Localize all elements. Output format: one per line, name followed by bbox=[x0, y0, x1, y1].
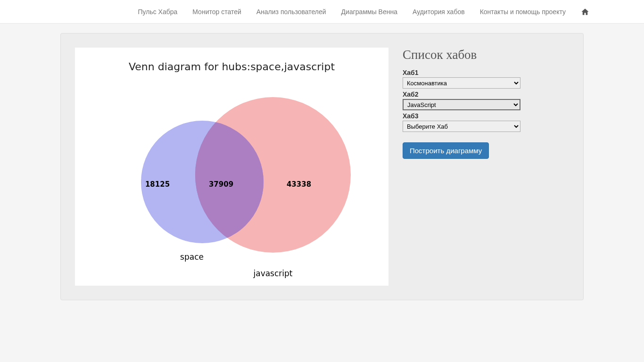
hub1-group: Хаб1 Космонавтика bbox=[403, 69, 569, 89]
venn-diagram-area: Venn diagram for hubs:space,javascript 1… bbox=[75, 48, 388, 286]
hub1-select[interactable]: Космонавтика bbox=[403, 77, 520, 89]
hub2-group: Хаб2 JavaScript bbox=[403, 90, 569, 110]
hub-sidebar: Список хабов Хаб1 Космонавтика Хаб2 Java… bbox=[403, 48, 569, 286]
hub3-select[interactable]: Выберите Хаб bbox=[403, 121, 520, 132]
navbar: Пульс Хабра Монитор статей Анализ пользо… bbox=[0, 0, 644, 24]
nav-link-pulse[interactable]: Пульс Хабра bbox=[130, 1, 185, 23]
venn-svg: 18125 37909 43338 space javascript bbox=[75, 48, 388, 286]
content-panel: Venn diagram for hubs:space,javascript 1… bbox=[60, 33, 584, 300]
sidebar-heading: Список хабов bbox=[403, 48, 569, 62]
venn-value-intersection: 37909 bbox=[209, 180, 233, 189]
hub3-group: Хаб3 Выберите Хаб bbox=[403, 112, 569, 132]
main-container: Venn diagram for hubs:space,javascript 1… bbox=[53, 33, 591, 300]
home-icon[interactable] bbox=[573, 2, 597, 22]
nav-link-contacts[interactable]: Контакты и помощь проекту bbox=[472, 1, 573, 23]
hub2-select[interactable]: JavaScript bbox=[403, 99, 520, 110]
hub3-label: Хаб3 bbox=[403, 112, 569, 120]
venn-value-a-only: 18125 bbox=[145, 180, 170, 189]
nav-link-monitor[interactable]: Монитор статей bbox=[185, 1, 248, 23]
venn-label-b: javascript bbox=[253, 269, 293, 278]
build-diagram-button[interactable]: Построить диаграмму bbox=[403, 142, 489, 159]
nav-link-user-analysis[interactable]: Анализ пользователей bbox=[249, 1, 334, 23]
nav-link-venn[interactable]: Диаграммы Венна bbox=[334, 1, 405, 23]
hub2-label: Хаб2 bbox=[403, 90, 569, 98]
venn-label-a: space bbox=[180, 252, 204, 262]
venn-value-b-only: 43338 bbox=[287, 180, 311, 189]
hub1-label: Хаб1 bbox=[403, 69, 569, 76]
nav-link-audience[interactable]: Аудитория хабов bbox=[405, 1, 472, 23]
nav-links: Пульс Хабра Монитор статей Анализ пользо… bbox=[130, 1, 597, 23]
